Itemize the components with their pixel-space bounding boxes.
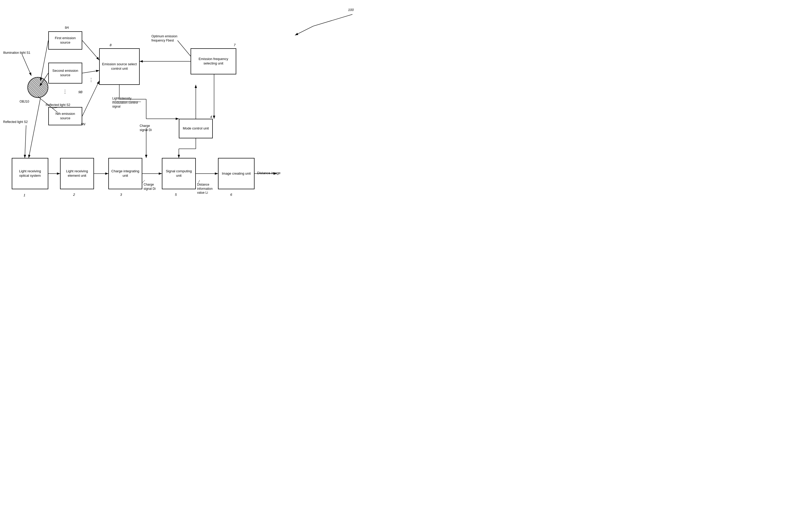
svg-line-4 (40, 40, 48, 81)
svg-line-6 (22, 55, 31, 76)
ref-9B: 9B (78, 90, 82, 94)
dots-emission: ⋮ (63, 89, 67, 95)
ref-7: 7 (234, 43, 236, 47)
reflected-light-top-label: Reflected light S2 (46, 103, 70, 107)
svg-line-24 (142, 180, 145, 183)
svg-line-28 (199, 180, 200, 183)
distance-image-label: Distance image (257, 171, 281, 175)
obj-circle (27, 77, 48, 98)
charge-signal-bot-label: Chargesignal Di (144, 183, 156, 191)
first-emission-box: First emission source (48, 31, 82, 50)
optimum-emission-label: Optimum emissionfrequency Fbest (151, 35, 177, 42)
mode-control-box: Mode control unit (179, 119, 213, 138)
nth-emission-box: Nth emission source (48, 107, 82, 125)
svg-line-14 (177, 40, 191, 56)
ref-8: 8 (110, 43, 111, 47)
svg-line-3 (295, 26, 313, 35)
signal-computing-box: Signal computing unit (162, 158, 196, 189)
ref-4: 4 (210, 115, 212, 119)
charge-integrating-box: Charge integrating unit (108, 158, 142, 189)
ref-3: 3 (120, 193, 122, 196)
svg-line-12 (82, 81, 99, 116)
illumination-light-label: Illumination light S1 (3, 51, 30, 55)
charge-signal-top-label: Chargesignal Di (140, 124, 152, 132)
distance-info-label: Distanceinformationvalue Li (197, 183, 212, 195)
ref-2: 2 (73, 193, 75, 196)
diagram: 100 OBJ10 Illumination light S1 Reflecte… (0, 0, 396, 266)
svg-line-33 (25, 125, 26, 158)
reflected-light-bot-label: Reflected light S2 (3, 120, 28, 124)
ref-100: 100 (348, 8, 354, 12)
light-intensity-label: Light intensitymodulation controlsignal (112, 97, 144, 109)
ref-9A: 9A (65, 25, 69, 30)
svg-line-11 (82, 71, 99, 73)
svg-line-2 (313, 14, 353, 26)
emission-select-box: Emission source select control unit (99, 48, 140, 85)
ref-9N: 9N (81, 122, 86, 126)
light-receiving-element-box: Light receiving element unit (60, 158, 94, 189)
emission-freq-box: Emission frequency selecting unit (191, 48, 236, 74)
svg-line-8 (29, 98, 40, 158)
ref-6: 6 (230, 193, 232, 196)
dots-middle: ⋮ (89, 77, 93, 83)
second-emission-box: Second emission source (48, 63, 82, 83)
ref-1: 1 (23, 193, 25, 197)
image-creating-box: Image creating unit (218, 158, 255, 189)
obj-label: OBJ10 (20, 100, 29, 104)
light-receiving-optical-box: Light receiving optical system (12, 158, 48, 189)
svg-line-10 (82, 40, 99, 60)
ref-5: 5 (175, 193, 177, 196)
